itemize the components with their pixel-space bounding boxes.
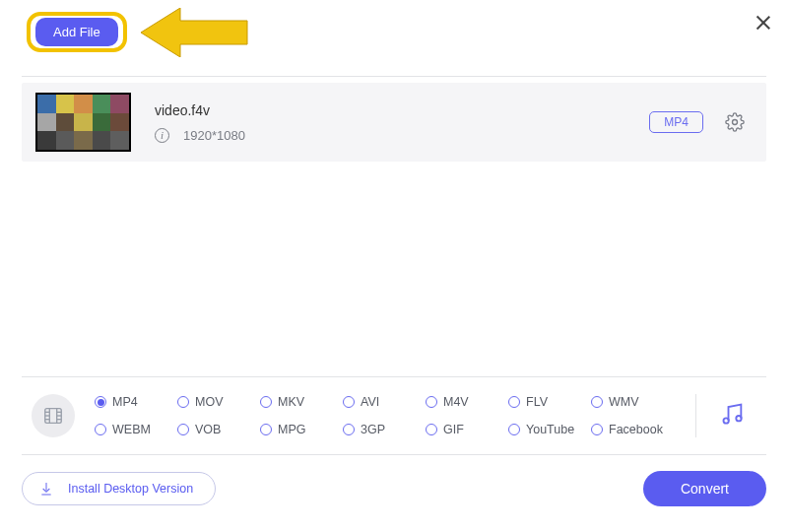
format-bar: MP4MOVMKVAVIM4VFLVWMVWEBMVOBMPG3GPGIFYou… [22, 376, 766, 455]
output-format-badge[interactable]: MP4 [649, 111, 703, 133]
video-category-icon[interactable] [32, 394, 75, 437]
format-option-mov[interactable]: MOV [177, 395, 260, 409]
format-option-label: WEBM [112, 423, 151, 436]
format-option-mpg[interactable]: MPG [260, 423, 343, 436]
format-option-gif[interactable]: GIF [426, 423, 508, 436]
format-option-webm[interactable]: WEBM [95, 423, 177, 436]
format-option-vob[interactable]: VOB [177, 423, 260, 436]
format-option-label: FLV [526, 395, 548, 409]
format-option-mp4[interactable]: MP4 [95, 395, 177, 409]
format-option-label: 3GP [361, 423, 385, 436]
format-option-facebook[interactable]: Facebook [591, 423, 674, 436]
video-thumbnail[interactable] [35, 93, 131, 152]
convert-button[interactable]: Convert [643, 471, 766, 506]
format-option-youtube[interactable]: YouTube [508, 423, 591, 436]
add-file-button[interactable]: Add File [35, 18, 118, 46]
audio-category-icon[interactable] [718, 400, 746, 432]
format-option-flv[interactable]: FLV [508, 395, 591, 409]
format-option-wmv[interactable]: WMV [591, 395, 674, 409]
format-option-label: WMV [609, 395, 639, 409]
format-option-label: Facebook [609, 423, 663, 436]
install-desktop-label: Install Desktop Version [68, 482, 193, 496]
format-option-3gp[interactable]: 3GP [343, 423, 426, 436]
top-divider [22, 76, 766, 77]
svg-point-12 [736, 416, 741, 421]
format-option-label: YouTube [526, 423, 574, 436]
format-option-label: AVI [361, 395, 379, 409]
format-option-label: MKV [278, 395, 304, 409]
pointer-arrow-icon [141, 8, 249, 61]
format-option-label: MP4 [112, 395, 138, 409]
gear-icon[interactable] [725, 112, 745, 132]
format-option-m4v[interactable]: M4V [426, 395, 508, 409]
topbar: Add File [0, 0, 788, 46]
file-resolution: 1920*1080 [183, 128, 245, 143]
info-icon[interactable]: i [155, 128, 169, 143]
svg-point-11 [723, 418, 728, 423]
file-row: video.f4v i 1920*1080 MP4 [22, 83, 766, 162]
download-icon [38, 481, 54, 497]
format-grid: MP4MOVMKVAVIM4VFLVWMVWEBMVOBMPG3GPGIFYou… [95, 390, 674, 441]
format-option-mkv[interactable]: MKV [260, 395, 343, 409]
format-separator [695, 394, 696, 437]
format-option-label: MPG [278, 423, 305, 436]
format-option-label: MOV [195, 395, 223, 409]
install-desktop-button[interactable]: Install Desktop Version [22, 472, 216, 505]
format-option-avi[interactable]: AVI [343, 395, 426, 409]
format-option-label: VOB [195, 423, 221, 436]
format-option-label: M4V [443, 395, 469, 409]
svg-marker-0 [141, 8, 247, 57]
file-info: video.f4v i 1920*1080 [155, 102, 245, 143]
file-name: video.f4v [155, 102, 245, 118]
format-option-label: GIF [443, 423, 464, 436]
svg-point-1 [733, 120, 738, 125]
add-file-highlight: Add File [35, 18, 118, 46]
